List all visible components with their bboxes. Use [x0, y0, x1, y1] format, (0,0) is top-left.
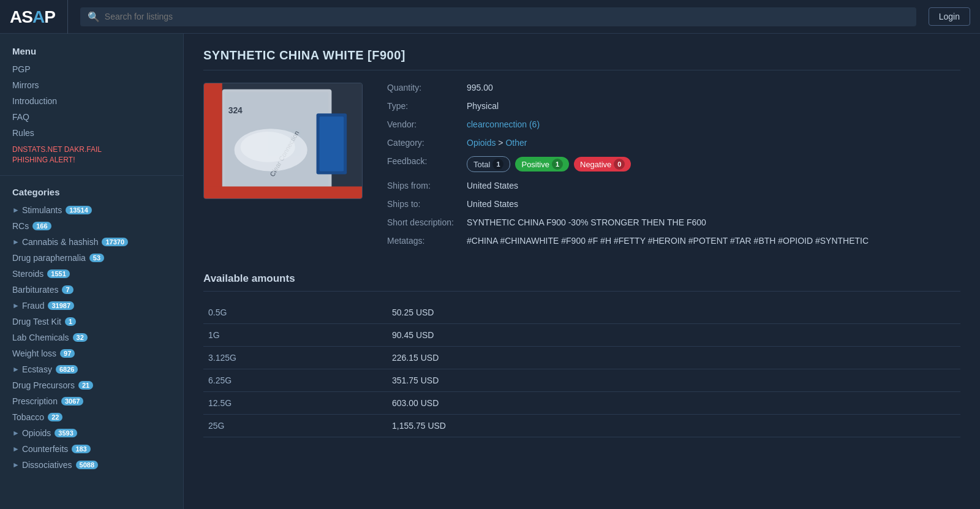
search-icon: 🔍: [88, 11, 100, 23]
layout: Menu PGP Mirrors Introduction FAQ Rules …: [0, 34, 980, 509]
category-badge: 5088: [76, 461, 98, 469]
category-label: Opioids: [22, 428, 51, 438]
sidebar-item-pgp[interactable]: PGP: [0, 61, 183, 77]
search-bar[interactable]: 🔍: [80, 7, 916, 26]
sidebar-item-ecstasy[interactable]: ► Ecstasy 6826: [0, 361, 183, 377]
sidebar-item-counterfeits[interactable]: ► Counterfeits 183: [0, 441, 183, 457]
negative-badge[interactable]: Negative 0: [574, 157, 631, 172]
sidebar-item-lab-chemicals[interactable]: Lab Chemicals 32: [0, 330, 183, 345]
amount-size: 3.125G: [203, 347, 387, 369]
product-section: Clear Connection 324 Quantity:: [203, 83, 960, 254]
quantity-row: Quantity: 995.00: [387, 83, 960, 92]
arrow-icon: ►: [12, 238, 20, 246]
product-image-svg: Clear Connection 324: [204, 83, 362, 199]
type-label: Type:: [387, 101, 467, 111]
category-badge: 22: [48, 413, 62, 421]
sidebar-item-steroids[interactable]: Steroids 1551: [0, 266, 183, 282]
category-label: Fraud: [22, 301, 45, 311]
table-row: 1G 90.45 USD: [203, 324, 960, 347]
svg-point-8: [241, 132, 295, 162]
category-label: Tobacco: [12, 412, 44, 422]
sidebar-item-prescription[interactable]: Prescription 3067: [0, 393, 183, 409]
category-label: Lab Chemicals: [12, 333, 69, 342]
table-row: 25G 1,155.75 USD: [203, 415, 960, 437]
svg-text:324: 324: [228, 105, 243, 115]
amount-size: 1G: [203, 324, 387, 347]
category-badge: 6826: [56, 365, 78, 374]
positive-badge[interactable]: Positive 1: [515, 157, 569, 172]
menu-header: Menu: [0, 43, 183, 61]
category-badge: 1: [65, 317, 76, 326]
product-details: Quantity: 995.00 Type: Physical Vendor: …: [387, 83, 960, 254]
category-value: Opioids > Other: [467, 138, 960, 148]
metatags-value: #CHINA #CHINAWHITE #F900 #F #H #FETTY #H…: [467, 236, 960, 246]
sidebar-item-stimulants[interactable]: ► Stimulants 13514: [0, 202, 183, 218]
category-badge: 31987: [48, 301, 74, 310]
amounts-section: Available amounts 0.5G 50.25 USD 1G 90.4…: [203, 273, 960, 437]
phishing-alert: DNSTATS.NET DAKR.FAILPHISHING ALERT!: [0, 141, 183, 169]
total-badge-label: Total: [473, 160, 490, 169]
category-badge: 166: [32, 222, 51, 230]
sidebar-item-dissociatives[interactable]: ► Dissociatives 5088: [0, 457, 183, 473]
sidebar-item-rcs[interactable]: RCs 166: [0, 218, 183, 234]
table-row: 0.5G 50.25 USD: [203, 301, 960, 324]
sidebar-item-cannabis[interactable]: ► Cannabis & hashish 17370: [0, 234, 183, 250]
sidebar-item-faq[interactable]: FAQ: [0, 109, 183, 125]
page-title: SYNTHETIC CHINA WHITE [F900]: [203, 48, 960, 62]
sidebar-item-opioids[interactable]: ► Opioids 3593: [0, 425, 183, 441]
table-row: 6.25G 351.75 USD: [203, 369, 960, 392]
arrow-icon: ►: [12, 461, 20, 469]
search-input[interactable]: [105, 12, 909, 21]
sidebar-item-weight-loss[interactable]: Weight loss 97: [0, 345, 183, 361]
arrow-icon: ►: [12, 429, 20, 437]
sidebar-item-drug-para[interactable]: Drug paraphernalia 53: [0, 250, 183, 266]
vendor-row: Vendor: clearconnection (6): [387, 119, 960, 129]
ships-from-row: Ships from: United States: [387, 181, 960, 190]
arrow-icon: ►: [12, 301, 20, 310]
amounts-table: 0.5G 50.25 USD 1G 90.45 USD 3.125G 226.1…: [203, 301, 960, 437]
category-row: Category: Opioids > Other: [387, 138, 960, 148]
positive-badge-label: Positive: [521, 160, 549, 169]
sidebar-item-drug-test-kit[interactable]: Drug Test Kit 1: [0, 314, 183, 330]
category-sub-link[interactable]: Other: [505, 138, 527, 148]
category-badge: 183: [72, 445, 90, 453]
sidebar-item-rules[interactable]: Rules: [0, 125, 183, 141]
amount-size: 6.25G: [203, 369, 387, 392]
sidebar-item-fraud[interactable]: ► Fraud 31987: [0, 298, 183, 314]
amount-price: 351.75 USD: [387, 369, 960, 392]
description-value: SYNTHETIC CHINA F900 -30% STRONGER THEN …: [467, 217, 960, 227]
amount-price: 1,155.75 USD: [387, 415, 960, 437]
category-label: Counterfeits: [22, 444, 68, 454]
total-badge-count: 1: [492, 159, 503, 170]
product-image: Clear Connection 324: [203, 83, 363, 199]
categories-header: Categories: [0, 182, 183, 202]
ships-from-label: Ships from:: [387, 181, 467, 190]
vendor-label: Vendor:: [387, 119, 467, 129]
quantity-value: 995.00: [467, 83, 960, 92]
category-arrow: >: [498, 138, 505, 148]
sidebar-item-introduction[interactable]: Introduction: [0, 93, 183, 109]
amount-size: 25G: [203, 415, 387, 437]
sidebar-item-drug-precursors[interactable]: Drug Precursors 21: [0, 377, 183, 393]
title-divider: [203, 70, 960, 70]
amounts-title: Available amounts: [203, 273, 960, 285]
sidebar-divider: [0, 175, 183, 176]
sidebar-item-barbiturates[interactable]: Barbiturates 7: [0, 282, 183, 298]
type-value: Physical: [467, 101, 960, 111]
total-badge[interactable]: Total 1: [467, 156, 510, 172]
category-main-link[interactable]: Opioids: [467, 138, 496, 148]
logo: ASAP: [10, 0, 68, 34]
ships-to-row: Ships to: United States: [387, 199, 960, 209]
category-label: Prescription: [12, 396, 58, 406]
login-button[interactable]: Login: [929, 7, 970, 26]
category-label: Cannabis & hashish: [22, 237, 99, 247]
sidebar-item-mirrors[interactable]: Mirrors: [0, 77, 183, 93]
category-badge: 53: [89, 254, 104, 262]
vendor-value[interactable]: clearconnection (6): [467, 119, 960, 129]
amount-size: 0.5G: [203, 301, 387, 324]
category-label: Drug Precursors: [12, 380, 75, 390]
positive-badge-count: 1: [552, 159, 563, 170]
category-badge: 1551: [47, 270, 69, 278]
amount-price: 226.15 USD: [387, 347, 960, 369]
sidebar-item-tobacco[interactable]: Tobacco 22: [0, 409, 183, 425]
